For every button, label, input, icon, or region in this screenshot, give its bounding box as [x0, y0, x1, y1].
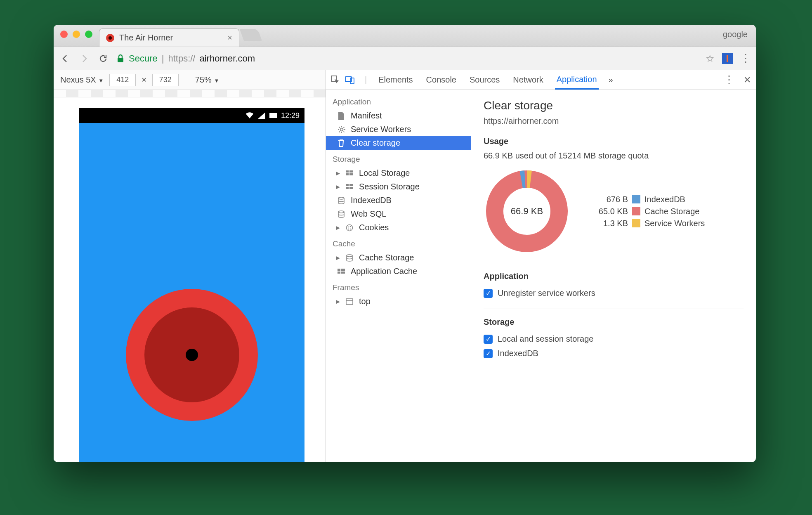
svg-point-15 [347, 224, 353, 231]
airhorn-button[interactable] [126, 289, 258, 421]
tab-favicon-icon [106, 34, 114, 42]
tab-title: The Air Horner [119, 33, 173, 43]
devtools-menu-button[interactable]: ⋮ [724, 73, 734, 86]
usage-summary: 66.9 KB used out of 15214 MB storage quo… [484, 151, 744, 161]
chevron-right-icon: ▶ [336, 298, 342, 305]
sidebar-item-session-storage[interactable]: ▶ Session Storage [326, 180, 471, 194]
svg-rect-9 [346, 184, 349, 186]
checkbox-unregister-sw[interactable]: ✓ Unregister service workers [484, 286, 744, 300]
usage-legend: 676 B IndexedDB 65.0 KB Cache Storage [591, 195, 705, 228]
close-window-button[interactable] [60, 31, 68, 38]
svg-rect-23 [338, 272, 340, 274]
svg-rect-22 [341, 269, 345, 271]
maximize-window-button[interactable] [85, 31, 92, 38]
chevron-right-icon: ▶ [336, 255, 342, 261]
title-bar: The Air Horner × google [54, 25, 756, 47]
application-sidebar: Application Manifest Service Workers Cle… [326, 90, 471, 462]
devtools-body: Application Manifest Service Workers Cle… [326, 90, 756, 462]
page-title: Clear storage [484, 99, 744, 112]
sidebar-item-cookies[interactable]: ▶ Cookies [326, 221, 471, 234]
minimize-window-button[interactable] [73, 31, 80, 38]
address-field[interactable]: Secure | https://airhorner.com [116, 53, 255, 64]
svg-point-4 [340, 128, 343, 131]
document-icon [338, 112, 347, 120]
phone-screen[interactable] [79, 123, 304, 462]
device-select[interactable]: Nexus 5X ▼ [60, 75, 104, 85]
browser-tab[interactable]: The Air Horner × [99, 28, 239, 47]
grid-icon [338, 269, 347, 274]
chevron-right-icon: ▶ [336, 184, 342, 190]
lock-icon [116, 54, 125, 63]
profile-label[interactable]: google [723, 30, 748, 39]
svg-rect-7 [346, 173, 349, 175]
legend-row-cache-storage: 65.0 KB Cache Storage [591, 207, 705, 216]
origin-url: https://airhorner.com [484, 116, 744, 126]
tabs-overflow-icon[interactable]: » [609, 75, 613, 85]
sidebar-header-frames: Frames [326, 278, 471, 295]
phone-clock: 12:29 [281, 111, 300, 120]
sidebar-item-clear-storage[interactable]: Clear storage [326, 136, 471, 150]
svg-rect-10 [349, 184, 353, 186]
sidebar-item-cache-storage[interactable]: ▶ Cache Storage [326, 251, 471, 265]
svg-point-19 [348, 228, 349, 229]
donut-center-label: 66.9 KB [484, 168, 570, 255]
sidebar-item-top-frame[interactable]: ▶ top [326, 295, 471, 308]
new-tab-button[interactable] [240, 29, 262, 41]
checkbox-checked-icon: ✓ [484, 289, 493, 298]
device-toggle-icon[interactable] [345, 76, 355, 85]
devtools-close-button[interactable]: ✕ [744, 75, 751, 85]
device-width-input[interactable] [109, 74, 136, 86]
database-icon [346, 254, 355, 262]
signal-icon [258, 112, 265, 119]
url-host: airhorner.com [199, 53, 255, 64]
forward-button[interactable] [78, 53, 90, 64]
svg-rect-6 [349, 170, 353, 172]
sidebar-header-storage: Storage [326, 150, 471, 166]
bookmark-star-icon[interactable]: ☆ [706, 53, 715, 64]
svg-point-14 [338, 211, 344, 213]
sidebar-item-local-storage[interactable]: ▶ Local Storage [326, 166, 471, 180]
sidebar-item-manifest[interactable]: Manifest [326, 109, 471, 123]
svg-rect-3 [350, 78, 354, 84]
svg-rect-25 [346, 299, 353, 305]
tab-sources[interactable]: Sources [468, 70, 501, 90]
wifi-icon [245, 112, 254, 119]
svg-rect-11 [346, 187, 349, 189]
sidebar-header-cache: Cache [326, 234, 471, 251]
preview-area: 12:29 [54, 90, 326, 462]
tab-network[interactable]: Network [511, 70, 545, 90]
window-controls [60, 31, 92, 38]
tab-console[interactable]: Console [425, 70, 458, 90]
device-toolbar: Nexus 5X ▼ × 75% ▼ [54, 70, 326, 90]
sidebar-item-web-sql[interactable]: Web SQL [326, 207, 471, 221]
devtools-panel: | Elements Console Sources Network Appli… [326, 70, 756, 462]
phone-status-bar: 12:29 [79, 108, 304, 123]
tab-application[interactable]: Application [555, 70, 599, 90]
inspect-element-icon[interactable] [331, 76, 340, 85]
back-button[interactable] [59, 53, 71, 64]
close-tab-icon[interactable]: × [227, 33, 232, 43]
sidebar-item-indexeddb[interactable]: IndexedDB [326, 194, 471, 207]
tab-elements[interactable]: Elements [377, 70, 414, 90]
svg-rect-21 [338, 269, 340, 271]
svg-rect-12 [349, 187, 353, 189]
airhorn-inner-icon [144, 307, 239, 402]
device-height-input[interactable] [152, 74, 179, 86]
reload-button[interactable] [97, 53, 109, 64]
secure-label: Secure [129, 53, 158, 64]
zoom-select[interactable]: 75% ▼ [195, 75, 219, 85]
svg-rect-8 [349, 173, 353, 175]
airhorn-dot-icon [186, 349, 198, 361]
main-area: Nexus 5X ▼ × 75% ▼ [54, 70, 756, 462]
sidebar-item-application-cache[interactable]: Application Cache [326, 265, 471, 278]
swatch-icon [632, 219, 640, 227]
swatch-icon [632, 207, 640, 215]
svg-point-20 [347, 255, 352, 257]
browser-menu-button[interactable]: ⋮ [740, 52, 750, 65]
checkbox-indexeddb[interactable]: ✓ IndexedDB [484, 346, 744, 361]
extension-icon[interactable] [722, 53, 733, 64]
sidebar-item-service-workers[interactable]: Service Workers [326, 123, 471, 136]
storage-section-header: Storage [484, 317, 744, 327]
checkbox-local-session[interactable]: ✓ Local and session storage [484, 332, 744, 346]
application-section-header: Application [484, 272, 744, 281]
